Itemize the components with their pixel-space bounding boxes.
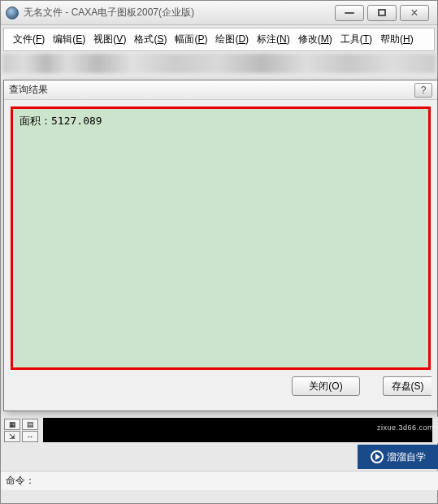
- app-icon: [6, 7, 19, 20]
- dialog-help-button[interactable]: ?: [414, 83, 432, 98]
- maximize-button[interactable]: [367, 5, 397, 21]
- menu-format[interactable]: 格式(S): [130, 31, 171, 48]
- dialog-button-row: 关闭(O) 存盘(S): [11, 370, 431, 404]
- tool-row: ▦ ⇲ ▤ ↔ zixue.3d66.com: [1, 417, 438, 443]
- dialog-title-bar: 查询结果 ?: [4, 80, 437, 100]
- dialog-title: 查询结果: [9, 83, 48, 97]
- menu-modify[interactable]: 修改(M): [294, 31, 336, 48]
- menu-annot[interactable]: 标注(N): [253, 31, 294, 48]
- menu-draw[interactable]: 绘图(D): [211, 31, 253, 48]
- menu-file[interactable]: 文件(F): [9, 31, 49, 48]
- window-title: 无名文件 - CAXA电子图板2007(企业版): [24, 6, 335, 20]
- save-button[interactable]: 存盘(S): [383, 376, 431, 396]
- menu-frame[interactable]: 幅面(P): [171, 31, 211, 48]
- dialog-body: 面积：5127.089 关闭(O) 存盘(S): [4, 100, 437, 411]
- tool-icon-d[interactable]: ↔: [22, 431, 38, 442]
- watermark-badge: 溜溜自学: [358, 445, 438, 469]
- close-icon: ×: [410, 7, 418, 20]
- result-textarea[interactable]: 面积：5127.089: [13, 109, 428, 367]
- result-value: 5127.089: [51, 115, 102, 127]
- command-input[interactable]: [35, 474, 434, 489]
- menu-view[interactable]: 视图(V): [89, 31, 130, 48]
- maximize-icon: [378, 9, 386, 16]
- result-highlight-frame: 面积：5127.089: [11, 106, 431, 370]
- menu-help[interactable]: 帮助(H): [376, 31, 418, 48]
- minimize-button[interactable]: [335, 5, 364, 21]
- command-label: 命令：: [6, 474, 35, 488]
- menu-edit[interactable]: 编辑(E): [49, 31, 89, 48]
- play-icon: [371, 450, 384, 463]
- close-button[interactable]: 关闭(O): [292, 376, 360, 396]
- tool-icon-b[interactable]: ⇲: [4, 431, 20, 442]
- result-label: 面积：: [20, 115, 51, 127]
- tool-icon-c[interactable]: ▤: [22, 419, 38, 430]
- title-bar: 无名文件 - CAXA电子图板2007(企业版) ×: [1, 1, 437, 25]
- command-history[interactable]: zixue.3d66.com: [43, 418, 432, 442]
- watermark-url: zixue.3d66.com: [377, 424, 434, 432]
- tool-icon-a[interactable]: ▦: [4, 419, 20, 430]
- command-line: 命令：: [1, 471, 438, 490]
- watermark-text: 溜溜自学: [387, 450, 426, 464]
- menu-tools[interactable]: 工具(T): [336, 31, 376, 48]
- window-controls: ×: [335, 5, 429, 21]
- menu-bar: 文件(F) 编辑(E) 视图(V) 格式(S) 幅面(P) 绘图(D) 标注(N…: [3, 28, 435, 51]
- help-icon: ?: [421, 85, 427, 96]
- toolbar-blurred: [2, 54, 436, 73]
- minimize-icon: [345, 12, 354, 14]
- close-window-button[interactable]: ×: [400, 5, 429, 21]
- bottom-area: ▦ ⇲ ▤ ↔ zixue.3d66.com 溜溜自学 命令：: [1, 417, 438, 443]
- query-result-dialog: 查询结果 ? 面积：5127.089 关闭(O) 存盘(S): [3, 80, 438, 411]
